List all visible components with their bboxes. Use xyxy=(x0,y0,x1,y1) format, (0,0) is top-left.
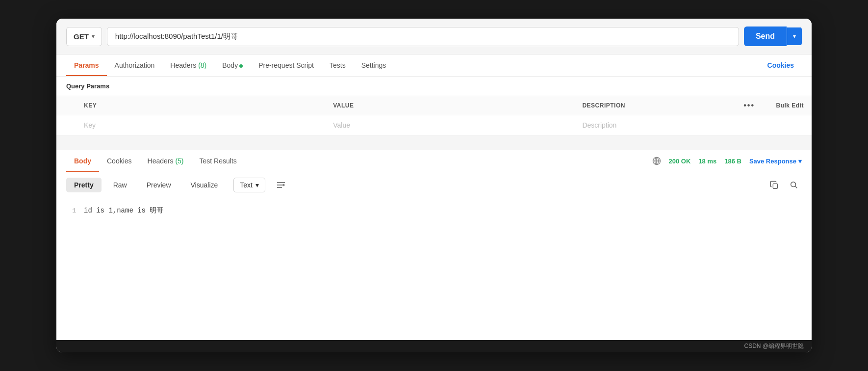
method-chevron-icon: ▾ xyxy=(92,33,95,40)
col-more-header: ••• xyxy=(736,96,763,115)
row-bulk-cell xyxy=(763,115,812,135)
response-tab-headers[interactable]: Headers (5) xyxy=(140,150,192,172)
row-more-cell xyxy=(736,115,763,135)
tab-cookies[interactable]: Cookies xyxy=(760,54,802,76)
col-value-header: VALUE xyxy=(325,96,574,115)
save-response-button[interactable]: Save Response ▾ xyxy=(749,158,802,165)
format-type-selector[interactable]: Text ▾ xyxy=(233,178,265,192)
row-key-cell[interactable] xyxy=(76,115,325,135)
method-selector[interactable]: GET ▾ xyxy=(66,27,102,46)
col-key-header: KEY xyxy=(76,96,325,115)
format-visualize-button[interactable]: Visualize xyxy=(183,178,226,192)
col-bulk-header[interactable]: Bulk Edit xyxy=(763,96,812,115)
globe-icon xyxy=(652,157,661,165)
section-divider xyxy=(56,135,812,150)
response-tab-test-results[interactable]: Test Results xyxy=(192,150,245,172)
main-window: GET ▾ Send ▾ Params Authorization Header… xyxy=(56,19,812,352)
format-pretty-button[interactable]: Pretty xyxy=(66,178,102,192)
col-desc-header: DESCRIPTION xyxy=(574,96,736,115)
format-type-chevron-icon: ▾ xyxy=(255,181,259,189)
send-button-group: Send ▾ xyxy=(744,26,802,46)
code-line: 1 id is 1,name is 明哥 xyxy=(66,206,802,215)
response-status: 200 OK 18 ms 186 B Save Response ▾ xyxy=(652,157,802,165)
right-icons xyxy=(766,177,802,193)
wrap-text-icon[interactable] xyxy=(273,177,289,193)
col-check-header xyxy=(56,96,76,115)
table-row xyxy=(56,115,812,135)
status-time: 18 ms xyxy=(698,158,716,165)
svg-point-8 xyxy=(791,182,796,187)
svg-rect-7 xyxy=(773,184,777,188)
footer-text: CSDN @编程界明世隐 xyxy=(744,343,804,349)
body-dot-icon xyxy=(239,64,243,68)
format-bar: Pretty Raw Preview Visualize Text ▾ xyxy=(56,172,812,198)
row-check-cell xyxy=(56,115,76,135)
code-content: id is 1,name is 明哥 xyxy=(84,206,163,215)
save-response-chevron-icon: ▾ xyxy=(798,158,802,165)
row-desc-cell[interactable] xyxy=(574,115,736,135)
response-tabs: Body Cookies Headers (5) Test Results 20… xyxy=(56,150,812,172)
params-table: KEY VALUE DESCRIPTION ••• Bulk Edit xyxy=(56,96,812,135)
description-input[interactable] xyxy=(582,121,728,129)
send-button[interactable]: Send xyxy=(744,26,787,46)
send-dropdown-button[interactable]: ▾ xyxy=(787,27,802,45)
format-raw-button[interactable]: Raw xyxy=(105,178,135,192)
tab-settings[interactable]: Settings xyxy=(354,54,394,76)
tab-params[interactable]: Params xyxy=(66,54,107,76)
search-icon[interactable] xyxy=(786,177,802,193)
tab-body[interactable]: Body xyxy=(214,54,251,76)
format-type-label: Text xyxy=(240,181,253,189)
value-input[interactable] xyxy=(333,121,566,129)
response-tab-cookies[interactable]: Cookies xyxy=(99,150,140,172)
url-input[interactable] xyxy=(107,27,739,46)
status-code: 200 OK xyxy=(669,158,691,165)
copy-icon[interactable] xyxy=(766,177,782,193)
tab-authorization[interactable]: Authorization xyxy=(107,54,163,76)
tab-headers[interactable]: Headers (8) xyxy=(162,54,214,76)
status-size: 186 B xyxy=(724,158,741,165)
format-preview-button[interactable]: Preview xyxy=(139,178,179,192)
url-bar: GET ▾ Send ▾ xyxy=(56,19,812,54)
method-label: GET xyxy=(74,32,89,41)
footer: CSDN @编程界明世隐 xyxy=(56,340,812,352)
svg-line-9 xyxy=(795,186,797,188)
key-input[interactable] xyxy=(84,121,317,129)
tab-pre-request-script[interactable]: Pre-request Script xyxy=(251,54,322,76)
row-value-cell[interactable] xyxy=(325,115,574,135)
line-number: 1 xyxy=(66,207,76,214)
code-area: 1 id is 1,name is 明哥 xyxy=(56,198,812,340)
send-chevron-icon: ▾ xyxy=(793,33,796,40)
response-tab-body[interactable]: Body xyxy=(66,150,99,172)
query-params-label: Query Params xyxy=(56,77,812,96)
request-tabs: Params Authorization Headers (8) Body Pr… xyxy=(56,54,812,77)
tab-tests[interactable]: Tests xyxy=(322,54,354,76)
